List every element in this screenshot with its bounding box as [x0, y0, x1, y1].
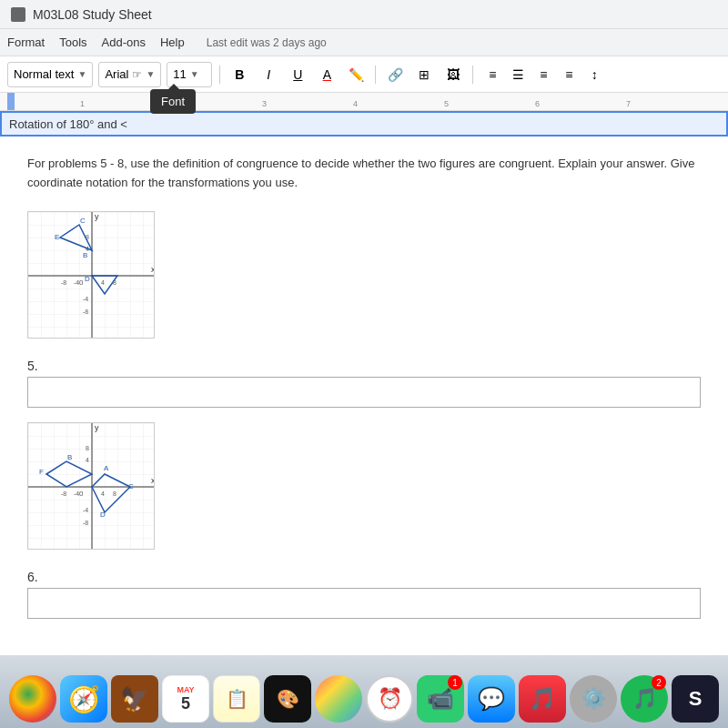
style-chevron: ▼ [77, 69, 86, 79]
problem-paragraph: For problems 5 - 8, use the definition o… [27, 155, 701, 193]
svg-text:C: C [80, 217, 86, 225]
dock-safari[interactable]: 🧭 [60, 675, 107, 723]
svg-text:-8: -8 [83, 520, 88, 526]
separator-3 [472, 66, 473, 84]
svg-text:A: A [104, 464, 109, 472]
dock-facetime[interactable]: 📹 1 [417, 675, 464, 723]
svg-text:D: D [100, 511, 106, 519]
style-dropdown[interactable]: Normal text ▼ [7, 62, 93, 87]
tooltip-text: Font [161, 95, 185, 108]
align-right-button[interactable]: ≡ [531, 63, 555, 86]
question-5-row: 5. [27, 359, 701, 373]
pencil-button[interactable]: ✏️ [344, 63, 368, 86]
font-color-a: A [323, 67, 331, 82]
graph-svg-1: x y 0 4 8 -4 -8 4 8 -4 -8 E C B D [27, 211, 155, 339]
spotify-badge: 2 [652, 675, 666, 690]
graph-1: x y 0 4 8 -4 -8 4 8 -4 -8 E C B D [27, 211, 155, 342]
font-label: Arial [105, 67, 128, 81]
question-5-label: 5. [27, 359, 46, 373]
ruler-mark-3: 3 [262, 99, 267, 108]
answer-box-5[interactable] [27, 377, 701, 408]
svg-text:-8: -8 [83, 308, 88, 315]
style-label: Normal text [14, 67, 74, 81]
dock-photo-bg[interactable]: 🦅 [111, 675, 158, 723]
ruler-mark-1: 1 [80, 99, 85, 108]
dock: 🧭 🦅 MAY 5 📋 🎨 ⏰ 📹 1 💬 🎵 ⚙️ 🎵 2 S [0, 655, 728, 728]
menu-addons[interactable]: Add-ons [102, 35, 146, 49]
dock-music[interactable]: 🎵 [519, 675, 566, 723]
toolbar: Normal text ▼ Arial ☞ ▼ 11 ▼ B I U A ✏️ … [0, 56, 728, 93]
highlight-text: Rotation of 180° and < [9, 117, 127, 131]
svg-text:0: 0 [79, 490, 84, 498]
ruler-mark-6: 6 [535, 99, 540, 108]
bold-button[interactable]: B [228, 63, 251, 86]
svg-text:-4: -4 [74, 490, 79, 497]
ruler-mark-7: 7 [626, 99, 631, 108]
title-bar: M03L08 Study Sheet [0, 0, 728, 29]
svg-text:-8: -8 [61, 490, 66, 497]
menu-format[interactable]: Format [7, 35, 45, 49]
doc-title: M03L08 Study Sheet [33, 7, 152, 22]
add-button[interactable]: ⊞ [412, 63, 436, 86]
ruler-mark-4: 4 [353, 99, 358, 108]
question-6-label: 6. [27, 570, 46, 584]
separator-1 [219, 66, 220, 84]
svg-text:4: 4 [101, 490, 105, 497]
svg-text:y: y [95, 423, 99, 432]
align-justify-button[interactable]: ≡ [557, 63, 581, 86]
question-6-row: 6. [27, 570, 701, 584]
facetime-badge: 1 [448, 675, 462, 690]
line-spacing-button[interactable]: ↕ [582, 63, 606, 86]
svg-text:B: B [67, 453, 72, 461]
document-area: For problems 5 - 8, use the definition o… [0, 136, 728, 655]
separator-2 [375, 66, 376, 84]
menu-tools[interactable]: Tools [59, 35, 86, 49]
font-tooltip: Font [150, 89, 196, 114]
underline-button[interactable]: U [286, 63, 309, 86]
italic-button[interactable]: I [257, 63, 280, 86]
svg-text:-4: -4 [83, 507, 88, 513]
svg-text:x: x [151, 265, 155, 274]
size-label: 11 [173, 67, 186, 81]
last-edit-text: Last edit was 2 days ago [207, 36, 327, 49]
svg-text:-4: -4 [83, 296, 88, 302]
svg-text:0: 0 [79, 278, 84, 287]
menu-help[interactable]: Help [160, 35, 185, 49]
svg-text:x: x [151, 476, 155, 485]
dock-colorsync[interactable]: 🎨 [264, 675, 311, 723]
svg-text:-8: -8 [61, 279, 66, 286]
svg-text:y: y [95, 212, 99, 221]
ruler-mark-5: 5 [444, 99, 449, 108]
font-dropdown[interactable]: Arial ☞ ▼ [98, 62, 161, 87]
size-chevron: ▼ [190, 69, 199, 79]
align-left-button[interactable]: ≡ [480, 63, 504, 86]
svg-text:8: 8 [113, 490, 116, 497]
dock-messages[interactable]: 💬 [468, 675, 515, 723]
svg-text:-4: -4 [74, 279, 79, 286]
dock-chrome[interactable] [9, 675, 56, 723]
highlight-bar: Rotation of 180° and < [0, 111, 728, 136]
svg-text:8: 8 [86, 445, 89, 451]
dock-photos[interactable] [315, 675, 362, 723]
font-chevron: ▼ [146, 69, 155, 79]
dock-settings[interactable]: ⚙️ [570, 675, 617, 723]
dock-s-app[interactable]: S [672, 675, 719, 723]
svg-text:B: B [83, 251, 87, 259]
dock-spotify[interactable]: 🎵 2 [621, 675, 668, 723]
image-button[interactable]: 🖼 [441, 63, 465, 86]
svg-text:4: 4 [86, 457, 89, 463]
graph-svg-2: x y 0 4 8 -4 -8 4 8 -4 -8 F B A C D [27, 422, 155, 550]
cursor-icon: ☞ [132, 68, 142, 81]
align-center-button[interactable]: ☰ [506, 63, 530, 86]
graph-2: x y 0 4 8 -4 -8 4 8 -4 -8 F B A C D [27, 422, 155, 553]
answer-box-6[interactable] [27, 588, 701, 619]
dock-clock[interactable]: ⏰ [366, 675, 413, 723]
font-color-button[interactable]: A [315, 63, 339, 86]
menu-bar: Format Tools Add-ons Help Last edit was … [0, 29, 728, 56]
svg-text:F: F [39, 468, 44, 476]
link-button[interactable]: 🔗 [383, 63, 407, 86]
svg-text:C: C [128, 482, 134, 490]
svg-text:E: E [55, 233, 59, 241]
dock-notes[interactable]: 📋 [213, 675, 260, 723]
dock-calendar[interactable]: MAY 5 [162, 675, 209, 723]
